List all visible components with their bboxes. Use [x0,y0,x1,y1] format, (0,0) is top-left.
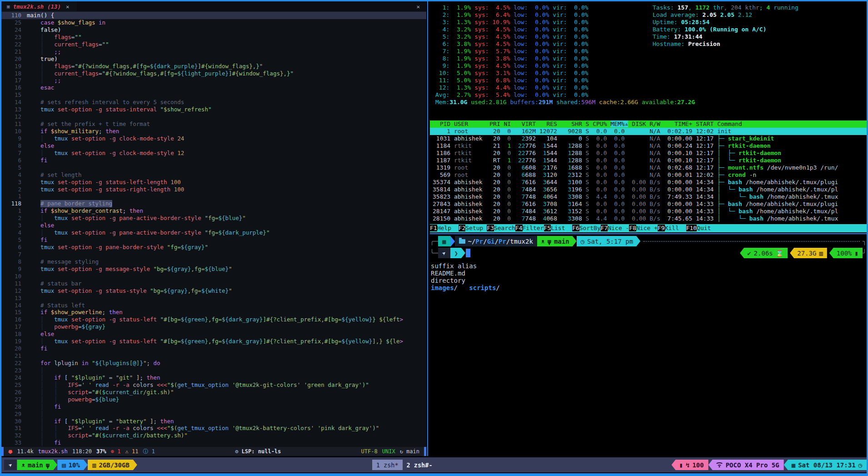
code-line[interactable]: 25 │ │ IFS=' ' read -r -a colors <<<"$(g… [1,381,426,389]
code-line[interactable]: 118 # pane border styling [1,200,426,207]
code-line[interactable]: 15 if $show_powerline; then [1,309,426,316]
code-line[interactable]: 25 case $show_flags in [1,19,426,26]
process-row[interactable]: 1184 rtkit 21 1 22776 1544 1288 S 0.0 0.… [430,142,867,150]
line-number: 23 [1,367,27,374]
duration-segment: ✔ 2.06s ⌛ [740,248,788,258]
code-line[interactable]: 2 │ tmux set-option -g pane-active-borde… [1,215,426,222]
code-line[interactable]: 24 │ if [ "$lplugin" = "git" ]; then [1,374,426,381]
code-line[interactable]: 20 fi [1,345,426,352]
code-line[interactable]: 18 │ current_flags="#{?window_flags,#[fg… [1,70,426,77]
code-line[interactable]: 3 else [1,222,426,229]
window-2-zsh[interactable]: 2 zsh#- [403,460,437,470]
code-line[interactable]: 110main() { [1,12,426,19]
code-line[interactable]: 3 tmux set-option -g status-left-length … [1,179,426,186]
line-number: 20 [1,345,27,352]
code-line[interactable]: 11 # set the prefix + t time format [1,120,426,128]
code-line[interactable]: 28 │ fi [1,403,426,411]
function-key-bar[interactable]: F1Help F2Setup F3SearchF4FilterF5List F6… [430,224,867,232]
code-line[interactable]: 33 │ fi [1,439,426,446]
code-line[interactable]: 1 if $show_border_contrast; then [1,207,426,215]
code-line[interactable]: 2 tmux set-option -g status-right-length… [1,186,426,193]
line-number: 21 [1,48,27,55]
tabbar-close-icon[interactable]: ✕ [410,3,426,10]
process-row[interactable]: 1186 rtkit 20 0 22776 1544 1288 S 0.0 0.… [430,150,867,157]
pane-divider-vertical[interactable] [427,1,428,456]
process-row[interactable]: 35814 abhishek 20 0 7484 3656 3196 S 0.0… [430,186,867,193]
error-badge[interactable]: ⊗ 1 [111,448,121,455]
code-line[interactable]: 6 fi [1,157,426,164]
code-line[interactable]: 18 else [1,331,426,338]
code-line[interactable]: 4 # set length [1,171,426,179]
code-line[interactable]: 10 [1,273,426,280]
cpu-meters: 1: 1.9% sys: 4.5% low: 0.0% vir: 0.0% 2:… [435,4,589,99]
cpu-meter-row: 2: 1.9% sys: 6.4% low: 0.0% vir: 0.0% [435,11,589,19]
code-line[interactable]: 27 │ │ powerbg=${blue} [1,396,426,403]
code-line[interactable]: 21 [1,352,426,360]
calendar-icon: ▦ [792,461,795,469]
code-line[interactable]: 13 tmux set-option -g status-interval "$… [1,106,426,113]
code-line[interactable]: 21 │ ;; [1,48,426,55]
code-line[interactable]: 12 tmux set-option -g status-style "bg=$… [1,287,426,295]
code-line[interactable]: 30 │ if [ "$lplugin" = "battery" ]; then [1,418,426,425]
code-line[interactable]: 7 │ tmux set-option -g clock-mode-style … [1,150,426,157]
code-line[interactable]: 23 │ flags="" [1,34,426,41]
terminal-pane[interactable]: ╭─ ▦ ~/Pr/Gi/Pr/tmux2k ᴥ ψ main ◷ Sat, 5… [430,235,867,456]
code-line[interactable]: 5 fi [1,236,426,244]
process-row[interactable]: 1 root 20 0 162M 12072 9028 S 0.0 0.0 N/… [430,128,867,135]
process-row[interactable]: 28150 abhishek 20 0 7748 4068 3308 S 4.4… [430,215,867,222]
code-line[interactable]: 14 # sets refresh interval to every 5 se… [1,99,426,106]
tab-tmux2k[interactable]: ▣ tmux2k.sh (13) ✕ [1,1,77,11]
code-line[interactable]: 26 │ │ script="#($current_dir/git.sh)" [1,389,426,396]
code-line[interactable]: 22 for lplugin in "${lplugins[@]}"; do [1,360,426,367]
code-line[interactable]: 19 │ tmux set-option -g status-left "#[b… [1,338,426,345]
code-line[interactable]: 10 if $show_military; then [1,128,426,135]
process-row[interactable]: 1031 abhishek 20 0 2392 104 0 S 0.0 0.0 … [430,135,867,142]
process-row[interactable]: 28147 abhishek 20 0 7484 3612 3152 S 0.0… [430,208,867,215]
process-row[interactable]: 1187 rtkit RT 1 22776 1544 1288 S 0.0 0.… [430,157,867,164]
info-badge[interactable]: ⓘ 1 [143,448,155,456]
code-buffer[interactable]: 110main() {25 case $show_flags in24 fals… [1,12,426,447]
code-line[interactable]: 16 │ tmux set-option -g status-left "#[b… [1,316,426,323]
tab-close-icon[interactable]: ✕ [64,3,71,10]
code-line[interactable]: 24 false) [1,26,426,34]
code-line[interactable]: 13 [1,295,426,302]
code-line[interactable]: 17 │ powerbg=${gray} [1,323,426,331]
warning-badge[interactable]: ⚠ 11 [125,448,138,455]
process-row[interactable]: 569 root 20 0 6688 3120 2312 S 0.0 0.0 N… [430,171,867,179]
code-line[interactable]: 20 true) [1,55,426,63]
line-number: 9 [1,135,27,142]
code-line[interactable]: 15 [1,91,426,99]
code-line[interactable]: 12 [1,113,426,120]
process-row[interactable]: 35374 abhishek 20 0 7616 3644 3100 S 0.0… [430,179,867,186]
code-line[interactable]: 9 │ tmux set-option -g clock-mode-style … [1,135,426,142]
process-table[interactable]: PID USER PRI NI VIRT RES SHR S CPU% MEM%… [430,120,867,222]
code-line[interactable]: 19 │ flags="#{?window_flags,#[fg=${dark_… [1,63,426,70]
code-line[interactable]: 22 │ current_flags="" [1,41,426,48]
code-line[interactable]: 29 │ [1,411,426,418]
code-line[interactable]: 7 [1,251,426,258]
process-row[interactable]: 27843 abhishek 20 0 7616 3708 3164 S 0.0… [430,200,867,208]
editor-pane: ▣ tmux2k.sh (13) ✕ ✕ 110main() {25 case … [1,1,426,456]
code-line[interactable]: 8 else [1,142,426,150]
code-line[interactable]: 5 [1,164,426,171]
code-line[interactable]: 16 esac [1,84,426,91]
session-segment[interactable]: ➤ [4,460,17,470]
window-1-zsh[interactable]: 1 zsh* [372,460,403,470]
code-line[interactable]: 1 [1,193,426,200]
code-line[interactable]: 9 tmux set-option -g message-style "bg=$… [1,266,426,273]
code-line[interactable]: 31 │ │ IFS=' ' read -r -a colors <<<"$(g… [1,425,426,432]
code-line[interactable]: 32 │ │ script="#($current_dir/battery.sh… [1,432,426,439]
code-line[interactable]: 17 │ ;; [1,77,426,84]
process-row[interactable]: 1319 root 20 0 6608 2176 1688 S 0.0 0.0 … [430,164,867,171]
code-line[interactable]: 23 │ [1,367,426,374]
code-line[interactable]: 14 # Status left [1,302,426,309]
code-line[interactable]: 8 # message styling [1,258,426,266]
code-line[interactable]: 11 # status bar [1,280,426,287]
process-row[interactable]: 35823 abhishek 20 0 7748 4064 3308 S 4.4… [430,193,867,200]
process-row[interactable]: PID USER PRI NI VIRT RES SHR S CPU% MEM%… [430,120,867,128]
terminal-cursor[interactable] [466,249,470,257]
pane-divider-horizontal[interactable] [430,233,867,234]
code-line[interactable]: 6 tmux set-option -g pane-border-style "… [1,244,426,251]
code-line[interactable]: 4 │ tmux set-option -g pane-active-borde… [1,229,426,236]
prompt-chevron: ❯ [450,248,465,258]
